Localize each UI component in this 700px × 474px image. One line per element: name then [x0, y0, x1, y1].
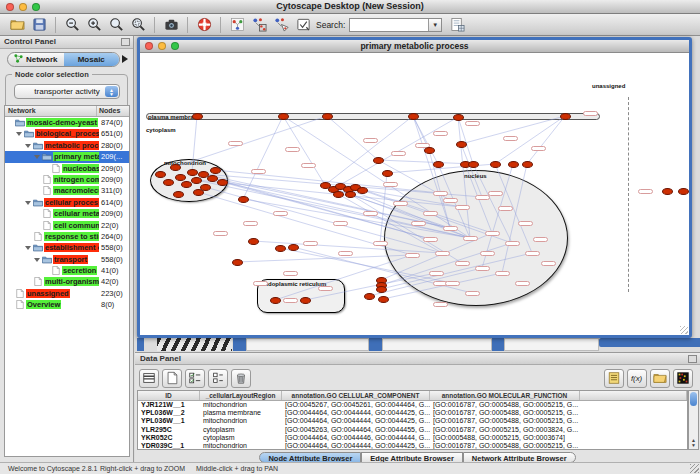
select-attributes-icon[interactable] [185, 369, 205, 388]
tree-row-transport[interactable]: transport558(0) [5, 254, 129, 265]
tab-network[interactable]: Network [8, 53, 64, 66]
zoom-in-icon[interactable] [84, 16, 104, 34]
graph-node[interactable] [560, 113, 571, 120]
graph-node[interactable] [522, 161, 533, 168]
tree-row-cellular-process[interactable]: cellular process614(0) [5, 197, 129, 208]
tree-row-nitrogen-compo[interactable]: nitrogen compo209(0) [5, 174, 129, 185]
table-row[interactable]: YJR121W__1mitochondrion[GO:0045267, GO:0… [138, 401, 687, 409]
graph-node[interactable] [163, 179, 174, 186]
table-column-header[interactable]: annotation.GO CELLULAR_COMPONENT [282, 391, 430, 400]
expand-arrow-icon[interactable] [34, 258, 40, 262]
graph-node[interactable] [376, 286, 387, 293]
graph-node[interactable] [170, 164, 181, 171]
graph-node[interactable] [678, 188, 689, 195]
graph-node[interactable] [490, 161, 501, 168]
function-builder-icon[interactable]: f(x) [627, 369, 647, 388]
graph-node[interactable] [662, 188, 673, 195]
tree-row-secretion[interactable]: secretion41(0) [5, 265, 129, 276]
expand-arrow-icon[interactable] [25, 246, 31, 250]
table-row[interactable]: YDR039C__1mitochondrion[GO:0044464, GO:0… [138, 442, 687, 450]
node-color-dropdown[interactable]: transporter activity ▲▼ [14, 84, 120, 99]
graph-node[interactable] [382, 170, 393, 177]
table-column-header[interactable]: annotation.GO MOLECULAR_FUNCTION [430, 391, 580, 400]
app-resize-grip[interactable] [690, 464, 699, 473]
more-tabs-arrow[interactable] [122, 55, 128, 63]
zoom-out-icon[interactable] [62, 16, 82, 34]
attribute-list-icon[interactable] [604, 369, 624, 388]
tree-row-multi-organism-pro[interactable]: multi-organism pro42(0) [5, 276, 129, 287]
attribute-browser-icon[interactable] [447, 16, 467, 34]
graph-node[interactable] [192, 113, 203, 120]
graph-node[interactable] [408, 113, 419, 120]
table-column-header[interactable] [580, 391, 687, 400]
network-canvas[interactable]: plasma membrane cytoplasm mitochondrion … [140, 53, 689, 335]
table-row[interactable]: YLR295Ccytoplasm[GO:0045263, GO:0044464,… [138, 426, 687, 434]
tree-row-cell-communicat[interactable]: cell communicat22(0) [5, 220, 129, 231]
zoom-fit-icon[interactable] [106, 16, 126, 34]
graph-node[interactable] [270, 297, 281, 304]
tree-row-mosaic-demo-yeast[interactable]: mosaic-demo-yeast874(0) [5, 117, 129, 128]
tree-row-metabolic-process[interactable]: metabolic process280(0) [5, 140, 129, 151]
graph-node[interactable] [207, 175, 218, 182]
graph-node[interactable] [193, 189, 204, 196]
annotation-layout-icon[interactable] [271, 16, 291, 34]
scrollbar-thumb[interactable] [690, 392, 697, 406]
table-column-header[interactable]: _cellularLayoutRegion [200, 391, 282, 400]
search-input[interactable] [350, 19, 428, 31]
tree-row-cellular-metabo[interactable]: cellular metabo209(0) [5, 208, 129, 219]
tree-row-unassigned[interactable]: unassigned223(0) [5, 288, 129, 299]
expand-arrow-icon[interactable] [25, 201, 31, 205]
graph-node[interactable] [278, 113, 289, 120]
unselect-attributes-icon[interactable] [208, 369, 228, 388]
graph-node[interactable] [175, 174, 186, 181]
new-attribute-icon[interactable] [162, 369, 182, 388]
graph-node[interactable] [232, 259, 243, 266]
tree-row-macromolecule[interactable]: macromolecule311(0) [5, 185, 129, 196]
graph-node[interactable] [217, 179, 228, 186]
expand-arrow-icon[interactable] [16, 132, 22, 136]
scrollbar-arrows[interactable]: ▲▼ [690, 438, 697, 448]
attribute-grid-icon[interactable] [139, 369, 159, 388]
tree-col-network[interactable]: Network [5, 106, 97, 116]
table-row[interactable]: YKR052Ccytoplasm[GO:0044464, GO:0044446,… [138, 434, 687, 442]
tree-col-nodes[interactable]: Nodes [97, 106, 129, 116]
vizmapper-icon[interactable] [293, 16, 313, 34]
tree-row-response-to-stimulu[interactable]: response to stimulu264(0) [5, 231, 129, 242]
graph-node[interactable] [322, 113, 333, 120]
graph-node[interactable] [191, 177, 202, 184]
graph-node[interactable] [364, 293, 375, 300]
search-dropdown-arrow[interactable]: ▼ [428, 19, 441, 31]
tree-row-primary-metabo[interactable]: primary metabo209(... [5, 151, 129, 162]
expand-arrow-icon[interactable] [34, 155, 40, 159]
graph-node[interactable] [275, 245, 286, 252]
cytopanel-network-icon[interactable] [227, 16, 247, 34]
app-titlebar[interactable]: Cytoscape Desktop (New Session) [0, 0, 700, 14]
graph-node[interactable] [210, 167, 221, 174]
graph-node[interactable] [333, 191, 344, 198]
graph-node[interactable] [433, 161, 444, 168]
graph-node[interactable] [345, 191, 356, 198]
network-view-window[interactable]: primary metabolic process plasma membran… [137, 37, 692, 338]
graph-node[interactable] [248, 238, 259, 245]
graph-node[interactable] [181, 181, 192, 188]
graph-node[interactable] [424, 147, 435, 154]
graph-node[interactable] [300, 297, 311, 304]
graph-node[interactable] [173, 191, 184, 198]
save-icon[interactable] [29, 16, 49, 34]
graph-node[interactable] [456, 141, 467, 148]
float-panel-icon[interactable] [121, 38, 130, 46]
graph-node[interactable] [453, 114, 464, 121]
tree-row-nucleobase-[interactable]: nucleobase-209(0) [5, 163, 129, 174]
delete-attribute-icon[interactable] [231, 369, 251, 388]
graph-node[interactable] [288, 244, 299, 251]
expand-arrow-icon[interactable] [25, 144, 31, 148]
tree-row-establishment-of-lo[interactable]: establishment of lo558(0) [5, 242, 129, 253]
table-row[interactable]: YPL036W__2plasma membrane[GO:0044464, GO… [138, 409, 687, 417]
help-icon[interactable] [194, 16, 214, 34]
matrix-view-icon[interactable] [673, 369, 693, 388]
table-scrollbar[interactable]: ▲▼ [688, 390, 699, 450]
annotation-transfer-icon[interactable] [249, 16, 269, 34]
float-panel-icon[interactable] [688, 355, 697, 363]
table-column-header[interactable]: ID [138, 391, 200, 400]
table-row[interactable]: YPL036W__1mitochondrion[GO:0044464, GO:0… [138, 417, 687, 425]
